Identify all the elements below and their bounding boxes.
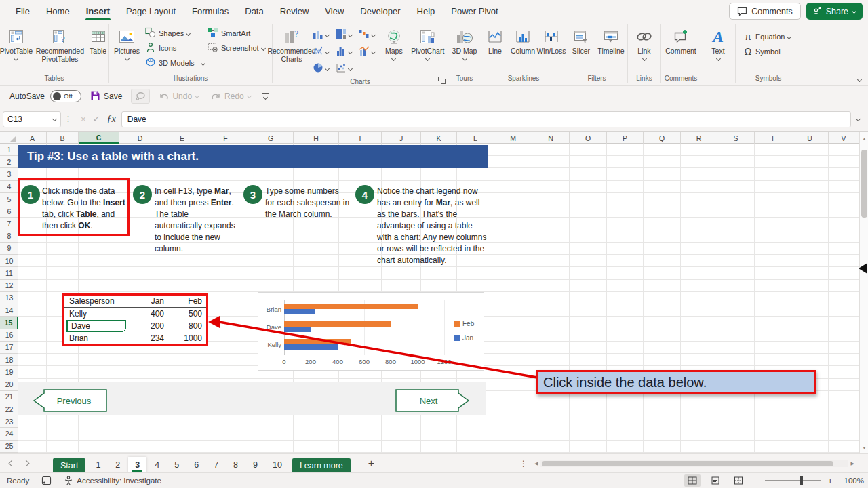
page-break-view-button[interactable] [730, 474, 747, 487]
row-header-23[interactable]: 23 [0, 415, 18, 428]
3d-map-button[interactable]: 3D Map [449, 24, 480, 74]
menu-item-help[interactable]: Help [410, 2, 443, 20]
comment-button[interactable]: Comment [662, 24, 700, 74]
zoom-out-button[interactable]: − [753, 476, 759, 486]
undo-button[interactable]: Undo [155, 89, 202, 103]
sparkline-winloss-button[interactable]: Win/Loss [538, 24, 565, 74]
symbol-button[interactable]: Ω Symbol [741, 44, 800, 59]
menu-item-review[interactable]: Review [273, 2, 317, 20]
row-header-4[interactable]: 4 [0, 181, 18, 193]
row-header-7[interactable]: 7 [0, 218, 18, 230]
row-header-6[interactable]: 6 [0, 205, 18, 218]
pivotchart-button[interactable]: PivotChart [408, 24, 448, 74]
zoom-level[interactable]: 100% [840, 476, 864, 485]
column-header-V[interactable]: V [829, 132, 859, 144]
horizontal-scrollbar[interactable]: ◀ ▶ [534, 460, 854, 468]
3d-models-button[interactable]: 3D Models [143, 56, 205, 70]
save-button[interactable]: Save [87, 89, 125, 103]
tab-overflow-icon[interactable]: ⋮ [519, 459, 528, 468]
column-header-H[interactable]: H [294, 132, 339, 144]
column-header-B[interactable]: B [47, 132, 79, 144]
select-all-corner[interactable] [0, 132, 18, 144]
redo-button[interactable]: Redo [208, 89, 254, 103]
shapes-button[interactable]: Shapes [143, 26, 205, 41]
sheet-tab-9[interactable]: 9 [246, 457, 264, 473]
insert-combo-chart-button[interactable] [357, 43, 380, 60]
maps-button[interactable]: Maps [380, 24, 408, 74]
scroll-left-icon[interactable]: ◀ [534, 461, 538, 466]
name-box-splitter[interactable]: ⋮ [64, 115, 72, 123]
text-button[interactable]: A Text [703, 24, 734, 74]
menu-item-formulas[interactable]: Formulas [184, 2, 236, 20]
smartart-button[interactable]: SmartArt [205, 26, 271, 41]
scroll-up-icon[interactable]: ▲ [860, 134, 868, 143]
sheet-tab-10[interactable]: 10 [266, 457, 289, 473]
insert-scatter-chart-button[interactable] [334, 60, 357, 77]
table-row[interactable]: Kelly400500 [64, 308, 206, 320]
sparkline-line-button[interactable]: Line [482, 24, 508, 74]
sheet-tab-learn-more[interactable]: Learn more [292, 458, 351, 473]
recommended-pivottables-button[interactable]: ? Recommended PivotTables [33, 24, 87, 74]
charts-dialog-launcher-icon[interactable] [437, 76, 446, 84]
vertical-scrollbar[interactable]: ▲ ▼ [859, 132, 868, 453]
row-header-25[interactable]: 25 [0, 441, 18, 453]
row-header-22[interactable]: 22 [0, 403, 18, 415]
row-header-9[interactable]: 9 [0, 243, 18, 255]
column-header-O[interactable]: O [570, 132, 607, 144]
insert-line-chart-button[interactable] [311, 43, 334, 60]
insert-function-icon[interactable]: ƒx [107, 114, 116, 125]
zoom-slider-thumb[interactable] [800, 476, 803, 485]
column-header-U[interactable]: U [791, 132, 829, 144]
row-header-13[interactable]: 13 [0, 292, 18, 304]
horizontal-scroll-thumb[interactable] [542, 461, 833, 466]
column-header-L[interactable]: L [457, 132, 494, 144]
enter-icon[interactable]: ✓ [93, 114, 100, 124]
sheet-tab-3[interactable]: 3 [128, 457, 146, 473]
equation-button[interactable]: π Equation [741, 29, 800, 44]
icons-button[interactable]: Icons [143, 41, 205, 56]
next-sheet-icon[interactable] [23, 460, 30, 467]
pivottable-button[interactable]: PivotTable [0, 24, 33, 74]
menu-item-developer[interactable]: Developer [353, 2, 408, 20]
recommended-charts-button[interactable]: ? Recommended Charts [273, 24, 311, 74]
menu-item-power-pivot[interactable]: Power Pivot [443, 2, 505, 20]
sales-data-table[interactable]: SalespersonJanFebKelly400500Dave200800Br… [64, 295, 206, 345]
column-header-C[interactable]: C [79, 132, 119, 144]
column-header-Q[interactable]: Q [644, 132, 681, 144]
menu-item-home[interactable]: Home [39, 2, 77, 20]
row-header-5[interactable]: 5 [0, 193, 18, 205]
sheet-cells[interactable]: Tip #3: Use a table with a chart. 1 2 3 … [18, 144, 859, 453]
column-header-D[interactable]: D [119, 132, 161, 144]
row-header-12[interactable]: 12 [0, 280, 18, 292]
column-header-F[interactable]: F [203, 132, 248, 144]
sheet-tab-start[interactable]: Start [53, 458, 85, 473]
accessibility-status[interactable]: Accessibility: Investigate [64, 476, 161, 485]
previous-sheet-icon[interactable] [9, 460, 16, 467]
menu-item-view[interactable]: View [317, 2, 351, 20]
vertical-scroll-thumb[interactable] [861, 150, 867, 218]
sheet-tab-7[interactable]: 7 [207, 457, 225, 473]
column-header-E[interactable]: E [161, 132, 203, 144]
insert-column-chart-button[interactable] [311, 26, 334, 43]
row-header-3[interactable]: 3 [0, 168, 18, 180]
menu-item-data[interactable]: Data [237, 2, 271, 20]
page-layout-view-button[interactable] [707, 474, 724, 487]
next-button[interactable]: Next [395, 389, 470, 412]
column-header-M[interactable]: M [494, 132, 532, 144]
row-header-17[interactable]: 17 [0, 342, 18, 354]
sheet-tab-1[interactable]: 1 [89, 457, 107, 473]
column-header-G[interactable]: G [248, 132, 294, 144]
link-button[interactable]: Link [629, 24, 659, 74]
column-header-P[interactable]: P [607, 132, 644, 144]
timeline-button[interactable]: Timeline [595, 24, 627, 74]
macro-record-icon[interactable] [41, 476, 52, 485]
selected-cell[interactable]: Dave [66, 320, 126, 332]
sheet-tab-5[interactable]: 5 [167, 457, 186, 473]
column-header-S[interactable]: S [717, 132, 755, 144]
cancel-icon[interactable]: × [81, 114, 86, 124]
menu-item-file[interactable]: File [8, 2, 37, 20]
insert-waterfall-chart-button[interactable] [357, 26, 380, 43]
scroll-down-icon[interactable]: ▼ [860, 443, 868, 452]
row-header-16[interactable]: 16 [0, 329, 18, 342]
row-header-1[interactable]: 1 [0, 144, 18, 156]
